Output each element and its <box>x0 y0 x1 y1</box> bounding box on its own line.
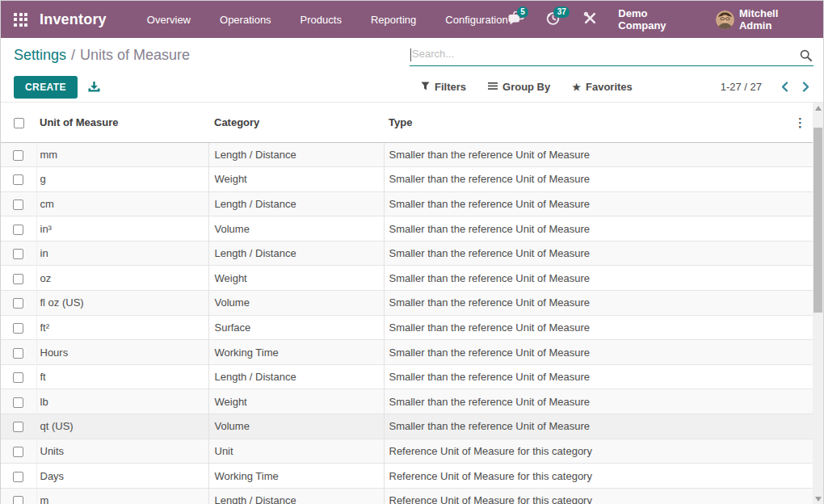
table-row[interactable]: mLength / DistanceReference Unit of Meas… <box>1 488 813 504</box>
cell-type: Smaller than the reference Unit of Measu… <box>384 191 813 216</box>
filters-button[interactable]: Filters <box>421 81 466 93</box>
uom-table-body: mmLength / DistanceSmaller than the refe… <box>1 142 813 504</box>
table-row[interactable]: lbWeightSmaller than the reference Unit … <box>1 389 813 414</box>
table-row[interactable]: ft²SurfaceSmaller than the reference Uni… <box>1 315 813 340</box>
row-checkbox[interactable] <box>13 174 23 185</box>
main-menu: OverviewOperationsProductsReportingConfi… <box>147 14 508 26</box>
table-row[interactable]: UnitsUnitReference Unit of Measure for t… <box>1 439 813 464</box>
table-row[interactable]: qt (US)VolumeSmaller than the reference … <box>1 414 813 439</box>
cell-unit: mm <box>36 142 208 167</box>
export-icon[interactable] <box>87 81 101 94</box>
pager: 1-27 / 27 <box>721 81 810 93</box>
cell-category: Working Time <box>208 340 384 365</box>
activities-button[interactable]: 37 <box>544 10 562 28</box>
company-switcher[interactable]: Demo Company <box>618 7 696 32</box>
uom-table: Unit of Measure Category Type mmLength /… <box>1 103 813 504</box>
table-row[interactable]: mmLength / DistanceSmaller than the refe… <box>1 142 813 167</box>
scroll-up-icon[interactable] <box>813 103 823 114</box>
cell-unit: Hours <box>36 340 208 365</box>
cell-category: Working Time <box>208 464 384 489</box>
menu-item-operations[interactable]: Operations <box>220 14 271 26</box>
cell-unit: Units <box>36 439 208 464</box>
app-name[interactable]: Inventory <box>40 11 107 28</box>
table-row[interactable]: DaysWorking TimeReference Unit of Measur… <box>1 464 813 489</box>
messages-count-badge: 5 <box>517 6 529 18</box>
row-checkbox[interactable] <box>13 298 23 309</box>
vertical-scrollbar[interactable] <box>813 103 823 504</box>
row-checkbox[interactable] <box>13 249 23 259</box>
cell-unit: oz <box>36 266 208 291</box>
control-panel-bottom: CREATE Filters <box>1 72 823 103</box>
list-view: Unit of Measure Category Type mmLength /… <box>1 103 823 504</box>
scroll-down-icon[interactable] <box>813 494 823 504</box>
cell-unit: g <box>36 167 208 192</box>
scrollbar-thumb[interactable] <box>813 128 822 313</box>
user-menu[interactable]: Mitchell Admin <box>716 7 812 32</box>
pager-range: 1-27 / 27 <box>721 81 762 93</box>
control-panel-top: Settings / Units of Measure <box>1 38 823 72</box>
column-header-category[interactable]: Category <box>208 103 384 142</box>
row-checkbox[interactable] <box>13 348 23 359</box>
star-icon: ★ <box>572 82 581 92</box>
menu-item-reporting[interactable]: Reporting <box>371 14 416 26</box>
cell-category: Length / Distance <box>208 364 384 389</box>
cell-type: Smaller than the reference Unit of Measu… <box>384 315 813 340</box>
optional-columns-icon[interactable]: ⋮ <box>794 116 806 128</box>
tools-button[interactable] <box>582 10 599 28</box>
column-header-type[interactable]: Type <box>384 103 813 142</box>
menu-item-products[interactable]: Products <box>301 14 342 26</box>
cell-type: Smaller than the reference Unit of Measu… <box>384 414 813 439</box>
apps-menu-icon[interactable] <box>14 13 27 27</box>
cell-type: Smaller than the reference Unit of Measu… <box>384 389 813 414</box>
tools-icon <box>583 11 597 28</box>
cell-unit: cm <box>36 191 208 216</box>
cell-category: Surface <box>208 315 384 340</box>
row-checkbox[interactable] <box>13 200 23 210</box>
row-checkbox[interactable] <box>13 496 23 504</box>
menu-item-overview[interactable]: Overview <box>147 14 191 26</box>
cell-category: Weight <box>208 389 384 414</box>
row-checkbox[interactable] <box>13 323 23 334</box>
activities-count-badge: 37 <box>553 6 570 18</box>
row-checkbox[interactable] <box>13 274 23 284</box>
table-row[interactable]: ozWeightSmaller than the reference Unit … <box>1 266 813 291</box>
table-row[interactable]: HoursWorking TimeSmaller than the refere… <box>1 340 813 365</box>
cell-unit: ft² <box>36 315 208 340</box>
cell-unit: fl oz (US) <box>36 291 208 316</box>
row-checkbox[interactable] <box>13 225 23 235</box>
cell-unit: lb <box>36 389 208 414</box>
row-checkbox[interactable] <box>13 422 23 432</box>
search-input[interactable] <box>410 48 813 61</box>
table-row[interactable]: cmLength / DistanceSmaller than the refe… <box>1 191 813 216</box>
table-row[interactable]: in³VolumeSmaller than the reference Unit… <box>1 216 813 242</box>
top-navbar: Inventory OverviewOperationsProductsRepo… <box>1 1 823 38</box>
pager-next-button[interactable] <box>801 81 810 93</box>
cell-type: Smaller than the reference Unit of Measu… <box>384 167 813 192</box>
breadcrumb-settings-link[interactable]: Settings <box>14 47 66 64</box>
table-row[interactable]: ftLength / DistanceSmaller than the refe… <box>1 364 813 389</box>
search-icon[interactable] <box>800 49 812 65</box>
cell-unit: Days <box>36 464 208 489</box>
table-row[interactable]: inLength / DistanceSmaller than the refe… <box>1 241 813 266</box>
row-checkbox[interactable] <box>13 150 23 161</box>
row-checkbox[interactable] <box>13 397 23 408</box>
favorites-button[interactable]: ★ Favorites <box>572 81 633 93</box>
cell-category: Length / Distance <box>208 488 384 504</box>
pager-previous-button[interactable] <box>780 81 789 93</box>
row-checkbox[interactable] <box>13 472 23 482</box>
row-checkbox[interactable] <box>13 447 23 457</box>
cell-category: Unit <box>208 439 384 464</box>
group-by-button[interactable]: Group By <box>488 81 550 93</box>
cell-unit: in³ <box>36 216 208 242</box>
create-button[interactable]: CREATE <box>14 76 78 99</box>
table-row[interactable]: fl oz (US)VolumeSmaller than the referen… <box>1 291 813 316</box>
cell-type: Smaller than the reference Unit of Measu… <box>384 364 813 389</box>
messages-button[interactable]: 5 <box>508 10 526 28</box>
breadcrumb: Settings / Units of Measure <box>14 47 190 64</box>
menu-item-configuration[interactable]: Configuration <box>445 14 507 26</box>
cell-category: Volume <box>208 414 384 439</box>
column-header-unit[interactable]: Unit of Measure <box>36 103 208 142</box>
row-checkbox[interactable] <box>13 372 23 383</box>
select-all-checkbox[interactable] <box>14 118 24 128</box>
table-row[interactable]: gWeightSmaller than the reference Unit o… <box>1 167 813 192</box>
